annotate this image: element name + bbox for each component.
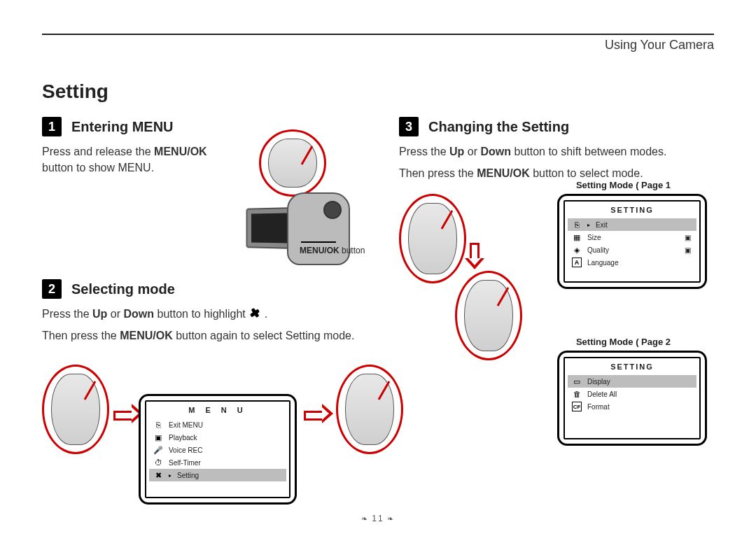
right-column: 3 Changing the Setting Press the Up or D… (399, 117, 707, 526)
step2-title: Selecting mode (71, 281, 175, 297)
step2-text-2: Then press the MENU/OK button again to s… (42, 327, 371, 344)
step3-title: Changing the Setting (428, 119, 569, 135)
setting-row: ALanguage (568, 256, 696, 269)
menu-row: 🎤Voice REC (149, 444, 286, 456)
step3-badge: 3 (399, 117, 419, 136)
menu-row: ▣Playback (149, 431, 286, 444)
step2-heading: 2 Selecting mode (42, 279, 371, 299)
menuok-callout-circle (259, 129, 326, 197)
setting-row: CFFormat (568, 400, 696, 413)
menu-row: ⏱Self-Timer (149, 456, 286, 469)
setting-page2-title: SETTING (568, 362, 696, 371)
setting-row: 🗑Delete All (568, 388, 696, 400)
step1-title: Entering MENU (71, 119, 174, 135)
camcorder-illustration: MENU/OK button (217, 136, 371, 276)
menu-row: ⎘Exit MENU (149, 418, 286, 431)
step3-text-2: Then press the MENU/OK button to select … (399, 165, 707, 181)
step2-diagram: M E N U ⎘Exit MENU ▣Playback 🎤Voice REC … (42, 358, 371, 526)
menu-row-selected: ✖▸Setting (149, 469, 286, 481)
step2-text-1: Press the Up or Down button to highlight… (42, 306, 371, 322)
arrow-down-icon (465, 243, 484, 269)
step3-text-1: Press the Up or Down button to shift bet… (399, 143, 707, 160)
setting-icon (248, 306, 261, 319)
top-rule (42, 34, 714, 35)
page-number: 11 (0, 514, 756, 523)
setting-page1-lcd: SETTING ⎘▸Exit ▦Size▣ ◈Quality▣ ALanguag… (557, 194, 707, 289)
updown-callout (42, 365, 109, 454)
step3-heading: 3 Changing the Setting (399, 117, 707, 136)
arrow-right-icon (304, 401, 333, 423)
menuok-callout-2 (336, 365, 403, 454)
main-menu-lcd: M E N U ⎘Exit MENU ▣Playback 🎤Voice REC … (139, 394, 297, 505)
step1-text: Press and release the MENU/OK button to … (42, 143, 217, 176)
step1-heading: 1 Entering MENU (42, 117, 371, 136)
setting-page2-label: Setting Mode ( Page 2 (576, 337, 671, 347)
main-menu-title: M E N U (149, 406, 286, 414)
step3-diagram: Setting Mode ( Page 1 SETTING ⎘▸Exit ▦Si… (399, 194, 707, 516)
updown-callout-r1 (399, 194, 466, 283)
menuok-caption: MENU/OK button (300, 246, 365, 255)
setting-row-selected: ▭Display (568, 375, 696, 388)
left-column: 1 Entering MENU Press and release the ME… (42, 117, 371, 526)
columns: 1 Entering MENU Press and release the ME… (42, 117, 714, 526)
setting-row-selected: ⎘▸Exit (568, 218, 696, 231)
chapter-label: Using Your Camera (42, 38, 714, 52)
step2-badge: 2 (42, 279, 62, 299)
page-title: Setting (42, 80, 714, 103)
setting-page1-label: Setting Mode ( Page 1 (576, 180, 671, 190)
manual-page: Using Your Camera Setting 1 Entering MEN… (0, 0, 756, 536)
setting-row: ▦Size▣ (568, 231, 696, 244)
step1-badge: 1 (42, 117, 62, 136)
menuok-callout-r2 (455, 271, 522, 360)
setting-row: ◈Quality▣ (568, 244, 696, 256)
setting-page2-lcd: SETTING ▭Display 🗑Delete All CFFormat (557, 351, 707, 446)
setting-page1-title: SETTING (568, 206, 696, 214)
camcorder-body (245, 192, 350, 269)
